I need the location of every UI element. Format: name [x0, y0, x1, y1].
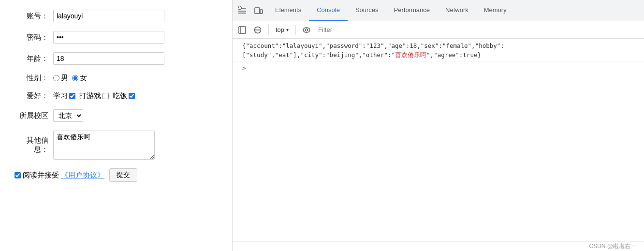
- eye-icon[interactable]: [300, 23, 313, 37]
- tab-network[interactable]: Network: [438, 0, 476, 21]
- hobby-game-text: 打游戏: [79, 91, 101, 101]
- city-select[interactable]: 北京 上海 广州 深圳: [53, 109, 83, 122]
- toolbar-divider-2: [295, 25, 296, 35]
- inspect-element-icon[interactable]: [234, 3, 250, 18]
- sidebar-toggle-icon[interactable]: [235, 23, 249, 37]
- devtools-footer: CSDN @啦啦右一: [233, 241, 644, 251]
- device-toggle-icon[interactable]: [251, 3, 266, 18]
- hobby-game-checkbox[interactable]: [102, 93, 109, 99]
- toolbar-divider-1: [268, 25, 269, 35]
- gender-group: 男 女: [53, 74, 87, 83]
- chevron-down-icon: ▾: [286, 27, 289, 32]
- gender-female-radio[interactable]: [72, 75, 78, 81]
- account-row: 账号：: [15, 10, 218, 22]
- svg-point-10: [303, 28, 310, 32]
- hobby-eat-text: 吃饭: [113, 91, 127, 101]
- svg-rect-4: [255, 8, 260, 14]
- password-row: 密码：: [15, 31, 218, 44]
- context-selector[interactable]: top ▾: [273, 25, 292, 34]
- gender-male-label[interactable]: 男: [53, 74, 68, 83]
- tab-sources[interactable]: Sources: [348, 0, 386, 21]
- svg-point-11: [306, 29, 308, 31]
- watermark-text: CSDN @啦啦右一: [589, 242, 636, 251]
- console-text-1: {"account":"lalayouyi","password":"123",…: [242, 42, 644, 60]
- gender-male-text: 男: [61, 74, 68, 83]
- hobby-eat-label[interactable]: 吃饭: [113, 91, 135, 101]
- top-label: top: [276, 26, 284, 33]
- console-output: {"account":"lalayouyi","password":"123",…: [233, 39, 644, 241]
- password-label: 密码：: [15, 33, 48, 42]
- age-row: 年龄：: [15, 52, 218, 65]
- filter-input[interactable]: [315, 25, 641, 34]
- age-input[interactable]: [53, 52, 164, 65]
- console-entry-1: {"account":"lalayouyi","password":"123",…: [233, 41, 644, 61]
- devtools-tab-bar: Elements Console Sources Performance Net…: [233, 0, 644, 21]
- agree-checkbox[interactable]: [15, 172, 21, 178]
- console-arrow[interactable]: >: [233, 61, 644, 73]
- tab-elements[interactable]: Elements: [267, 0, 309, 21]
- city-label: 所属校区: [15, 111, 48, 120]
- form-panel: 账号： 密码： 年龄： 性别： 男 女 爱好： 学习: [0, 0, 232, 251]
- hobby-study-checkbox[interactable]: [69, 93, 75, 99]
- hobby-game-label[interactable]: 打游戏: [79, 91, 109, 101]
- gender-row: 性别： 男 女: [15, 74, 218, 83]
- gender-female-text: 女: [80, 74, 87, 83]
- agree-label[interactable]: 阅读并接受 《用户协议》: [15, 171, 104, 180]
- hobby-study-label[interactable]: 学习: [53, 91, 75, 101]
- password-input[interactable]: [53, 31, 164, 44]
- hobby-study-text: 学习: [53, 91, 68, 101]
- hobby-eat-checkbox[interactable]: [129, 93, 135, 99]
- hobby-row: 爱好： 学习 打游戏 吃饭: [15, 91, 218, 101]
- svg-rect-0: [238, 7, 241, 10]
- gender-female-label[interactable]: 女: [72, 74, 87, 83]
- account-label: 账号：: [15, 12, 48, 21]
- console-toolbar: top ▾: [233, 21, 644, 39]
- svg-rect-5: [260, 10, 263, 14]
- clear-console-icon[interactable]: [251, 23, 264, 37]
- svg-rect-6: [239, 27, 246, 33]
- submit-button[interactable]: 提交: [109, 168, 137, 182]
- hobby-group: 学习 打游戏 吃饭: [53, 91, 135, 101]
- age-label: 年龄：: [15, 54, 48, 63]
- gender-male-radio[interactable]: [53, 75, 59, 81]
- hobby-label: 爱好：: [15, 91, 48, 101]
- tab-performance[interactable]: Performance: [386, 0, 438, 21]
- tab-memory[interactable]: Memory: [476, 0, 514, 21]
- agree-link[interactable]: 《用户协议》: [61, 171, 104, 180]
- submit-row: 阅读并接受 《用户协议》 提交: [15, 168, 218, 182]
- devtools-panel: Elements Console Sources Performance Net…: [232, 0, 644, 251]
- agree-text: 阅读并接受: [23, 171, 59, 180]
- other-row: 其他信息： 喜欢傻乐呵: [15, 131, 218, 160]
- other-label: 其他信息：: [15, 136, 48, 154]
- other-textarea[interactable]: 喜欢傻乐呵: [53, 131, 155, 160]
- tab-console[interactable]: Console: [309, 0, 348, 21]
- city-row: 所属校区 北京 上海 广州 深圳: [15, 109, 218, 122]
- gender-label: 性别：: [15, 74, 48, 83]
- account-input[interactable]: [53, 10, 164, 22]
